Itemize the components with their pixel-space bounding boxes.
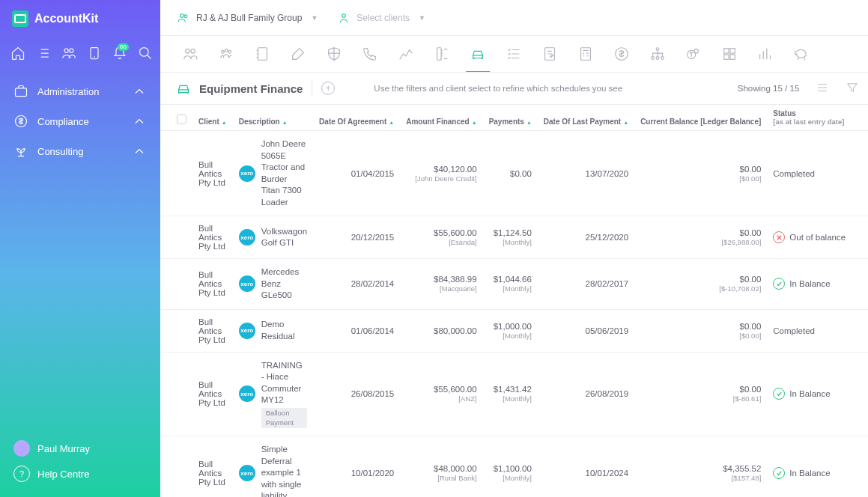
tool-grid-icon[interactable] <box>720 45 738 63</box>
tool-bars-icon[interactable] <box>756 45 774 63</box>
nav-consulting[interactable]: Consulting <box>0 136 160 166</box>
check-icon <box>773 278 785 290</box>
svg-point-21 <box>652 57 655 60</box>
topbar: RJ & AJ Bull Family Group ▼ Select clien… <box>160 0 868 36</box>
add-button[interactable]: + <box>321 82 335 95</box>
search-icon[interactable] <box>138 45 153 61</box>
cell-client: Bull Antics Pty Ltd <box>192 216 233 259</box>
svg-rect-25 <box>724 49 729 53</box>
tool-car-icon[interactable] <box>469 45 487 63</box>
svg-point-22 <box>656 57 659 60</box>
nav-label: Consulting <box>37 146 83 157</box>
svg-point-13 <box>228 50 231 53</box>
table-row[interactable]: Bull Antics Pty LtdxeroJohn Deere 5065E … <box>160 131 868 216</box>
tool-money-gear-icon[interactable] <box>685 45 702 63</box>
tool-checklist-icon[interactable] <box>505 45 523 63</box>
tool-edit-doc-icon[interactable] <box>541 45 559 63</box>
cell-payments: $1,100.00[Monthly] <box>483 436 538 497</box>
page-title-text: Equipment Finance <box>199 82 303 95</box>
cell-date-agreement: 01/06/2014 <box>313 309 400 352</box>
brand-icon <box>12 10 28 27</box>
tool-piggy-icon[interactable] <box>792 45 810 63</box>
svg-point-12 <box>222 50 225 53</box>
person-icon <box>337 11 350 25</box>
nav-administration[interactable]: Administration <box>0 76 160 106</box>
tool-ruler-icon[interactable] <box>433 45 451 63</box>
bell-icon[interactable]: 66 <box>112 45 127 61</box>
brand-name: AccountKit <box>34 12 98 25</box>
cell-description: xeroTRAINING - Hiace Commuter MY12Balloo… <box>233 352 313 436</box>
cell-date-agreement: 10/01/2020 <box>313 436 400 497</box>
cell-payments: $1,000.00[Monthly] <box>483 309 538 352</box>
users-icon[interactable] <box>61 45 76 61</box>
avatar <box>13 440 30 457</box>
svg-rect-27 <box>724 55 729 59</box>
cell-date-agreement: 01/04/2015 <box>313 131 400 216</box>
select-clients-picker[interactable]: Select clients ▼ <box>337 11 425 25</box>
col-payments[interactable]: Payments <box>483 105 538 131</box>
col-balance[interactable]: Current Balance [Ledger Balance] <box>634 105 767 131</box>
user-row[interactable]: Paul Murray <box>13 436 147 461</box>
col-last-payment[interactable]: Date Of Last Payment <box>538 105 634 131</box>
nav-compliance[interactable]: Compliance <box>0 106 160 136</box>
col-client[interactable]: Client <box>192 105 233 131</box>
svg-point-14 <box>225 49 228 52</box>
cell-status: Out of balance <box>767 216 868 259</box>
rows-view-icon[interactable] <box>816 81 829 97</box>
tool-pen-icon[interactable] <box>289 45 307 63</box>
table-row[interactable]: Bull Antics Pty LtdxeroSimple Deferral e… <box>160 436 868 497</box>
client-group-picker[interactable]: RJ & AJ Bull Family Group ▼ <box>177 11 318 25</box>
select-all-checkbox[interactable] <box>177 115 186 124</box>
tool-users-icon[interactable] <box>181 45 199 63</box>
tool-calc-icon[interactable] <box>577 45 595 63</box>
help-icon: ? <box>13 466 30 482</box>
nav-label: Administration <box>37 86 99 97</box>
tool-group-icon[interactable] <box>217 45 235 63</box>
cell-description: xeroJohn Deere 5065E Tractor and Burder … <box>233 131 313 216</box>
help-row[interactable]: ? Help Centre <box>13 461 147 487</box>
xero-icon: xero <box>239 465 255 481</box>
tool-growth-icon[interactable] <box>397 45 415 63</box>
tool-dollar-icon[interactable] <box>613 45 631 63</box>
xero-icon: xero <box>239 275 255 292</box>
col-status[interactable]: Status[as at last entry date] <box>767 105 868 131</box>
tool-notebook-icon[interactable] <box>253 45 271 63</box>
svg-point-11 <box>191 49 195 54</box>
cell-last-payment: 26/08/2019 <box>538 352 634 436</box>
svg-point-10 <box>186 49 190 54</box>
chevron-up-icon <box>132 84 147 99</box>
cell-status: In Balance <box>767 352 868 436</box>
xero-icon: xero <box>239 323 255 339</box>
check-icon <box>773 388 785 400</box>
col-date-agreement[interactable]: Date Of Agreement <box>313 105 400 131</box>
x-icon <box>773 231 785 243</box>
table-row[interactable]: Bull Antics Pty LtdxeroDemo Residual01/0… <box>160 309 868 352</box>
nav-label: Compliance <box>37 116 89 127</box>
tablet-icon[interactable] <box>87 45 102 61</box>
svg-point-0 <box>64 49 68 52</box>
tool-shield-icon[interactable] <box>325 45 343 63</box>
tool-org-icon[interactable] <box>649 45 667 63</box>
table-row[interactable]: Bull Antics Pty LtdxeroMercedes Benz GLe… <box>160 259 868 310</box>
main: RJ & AJ Bull Family Group ▼ Select clien… <box>160 0 868 497</box>
showing-count: Showing 15 / 15 <box>738 84 799 93</box>
cell-last-payment: 25/12/2020 <box>538 216 634 259</box>
table-wrap[interactable]: Client Description Date Of Agreement Amo… <box>160 105 868 497</box>
filter-icon[interactable] <box>846 81 859 97</box>
table-row[interactable]: Bull Antics Pty LtdxeroVolkswagon Golf G… <box>160 216 868 259</box>
col-description[interactable]: Description <box>233 105 313 131</box>
svg-point-8 <box>342 13 346 17</box>
plant-icon <box>13 144 28 159</box>
chevron-up-icon <box>132 144 147 159</box>
cell-description: xeroSimple Deferral example 1 with singl… <box>233 436 313 497</box>
sidebar-footer: Paul Murray ? Help Centre <box>0 425 160 497</box>
home-icon[interactable] <box>10 45 25 61</box>
table-row[interactable]: Bull Antics Pty LtdxeroTRAINING - Hiace … <box>160 352 868 436</box>
tool-phone-icon[interactable] <box>361 45 379 63</box>
cell-date-agreement: 28/02/2014 <box>313 259 400 310</box>
col-amount-financed[interactable]: Amount Financed <box>400 105 482 131</box>
list-icon[interactable] <box>36 45 51 61</box>
tool-row <box>160 36 868 73</box>
cell-payments: $0.00 <box>483 131 538 216</box>
cell-amount: $84,388.99[Macquarie] <box>400 259 482 310</box>
